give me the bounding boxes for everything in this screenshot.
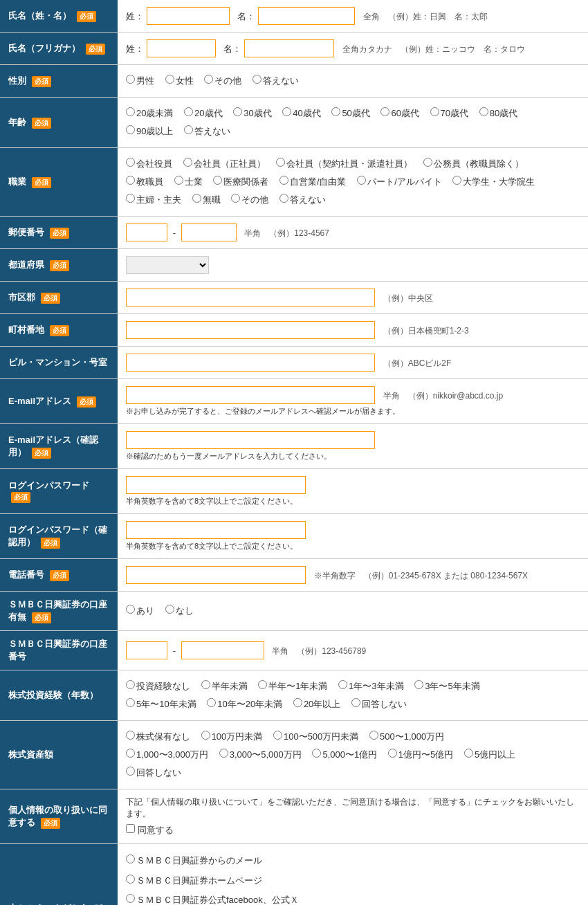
gender-option-other[interactable]: その他 (204, 75, 241, 86)
password-label: ログインパスワード 必須 (0, 469, 118, 514)
assets-none[interactable]: 株式保有なし (126, 731, 190, 742)
age-no-answer[interactable]: 答えない (184, 126, 230, 136)
investment-exp-label: 株式投資経験（年数） (0, 670, 118, 721)
name-input-cell: 姓： 名： 全角 （例）姓：日興 名：太郎 (118, 0, 588, 33)
age-50s[interactable]: 50歳代 (331, 108, 369, 118)
furigana-last-input[interactable] (147, 39, 216, 57)
privacy-checkbox[interactable] (126, 824, 135, 833)
occ-student[interactable]: 大学生・大学院生 (452, 176, 535, 187)
investment-assets-input-cell: 株式保有なし 100万円未満 100〜500万円未満 500〜1,000万円 1… (118, 721, 588, 789)
exp-3-5[interactable]: 3年〜5年未満 (414, 681, 479, 691)
exp-1-3[interactable]: 1年〜3年未満 (338, 681, 403, 691)
smbc-account-yes[interactable]: あり (126, 605, 154, 616)
furigana-last-label: 姓： (126, 44, 144, 54)
occ-contract[interactable]: 会社員（契約社員・派遣社員） (276, 158, 412, 169)
occ-civil[interactable]: 公務員（教職員除く） (423, 158, 524, 169)
phone-input[interactable] (126, 566, 306, 584)
gender-required-badge: 必須 (32, 76, 51, 87)
age-90plus[interactable]: 90歳以上 (126, 126, 173, 136)
smbc-account-no[interactable]: なし (165, 605, 194, 616)
zip-input-cell: - 半角 （例）123-4567 (118, 217, 588, 249)
exp-half-to-1[interactable]: 半年〜1年未満 (258, 681, 327, 691)
exp-10-20[interactable]: 10年〜20年未満 (207, 699, 282, 709)
prefecture-label: 都道府県 必須 (0, 249, 118, 282)
assets-1-5oku[interactable]: 1億円〜5億円 (388, 749, 453, 760)
assets-3000-5000[interactable]: 3,000〜5,000万円 (219, 749, 302, 760)
gender-option-female[interactable]: 女性 (165, 75, 194, 86)
investment-exp-input-cell: 投資経験なし 半年未満 半年〜1年未満 1年〜3年未満 3年〜5年未満 5年〜1… (118, 670, 588, 721)
furigana-first-input[interactable] (244, 39, 334, 57)
name-last-input[interactable] (147, 7, 230, 25)
assets-500-1000[interactable]: 500〜1,000万円 (369, 731, 444, 742)
occ-medical[interactable]: 医療関係者 (213, 176, 268, 187)
city-hint: （例）中央区 (383, 293, 433, 303)
how-sns[interactable]: ＳＭＢＣ日興証券公式facebook、公式Ｘ (126, 890, 571, 905)
assets-5000-1oku[interactable]: 5,000〜1億円 (312, 749, 377, 760)
how-email[interactable]: ＳＭＢＣ日興証券からのメール (126, 851, 571, 871)
exp-5-10[interactable]: 5年〜10年未満 (126, 699, 196, 709)
assets-under100[interactable]: 100万円未満 (201, 731, 263, 742)
zip-input-2[interactable] (181, 223, 237, 241)
town-input[interactable] (126, 321, 375, 339)
occ-fulltime[interactable]: 会社員（正社員） (183, 158, 266, 169)
password-input[interactable] (126, 476, 306, 494)
building-input[interactable] (126, 354, 375, 372)
password-confirm-label: ログインパスワード（確認用） 必須 (0, 514, 118, 559)
exp-20plus[interactable]: 20年以上 (293, 699, 340, 709)
assets-over5oku[interactable]: 5億円以上 (464, 749, 515, 760)
city-input-cell: （例）中央区 (118, 282, 588, 314)
email-confirm-label: E-mailアドレス（確認用） 必須 (0, 424, 118, 469)
zip-input-1[interactable] (126, 223, 167, 241)
occ-executive[interactable]: 会社役員 (126, 158, 172, 169)
occ-parttime[interactable]: パート/アルバイト (357, 176, 442, 187)
age-30s[interactable]: 30歳代 (233, 108, 271, 118)
gender-option-male[interactable]: 男性 (126, 75, 154, 86)
how-hp[interactable]: ＳＭＢＣ日興証券ホームページ (126, 871, 571, 891)
building-label: ビル・マンション・号室 (0, 347, 118, 379)
smbc-number-input-1[interactable] (126, 641, 167, 659)
assets-1000-3000[interactable]: 1,000〜3,000万円 (126, 749, 208, 760)
age-under20[interactable]: 20歳未満 (126, 108, 173, 118)
email-note: ※お申し込みが完了すると、ご登録のメールアドレスへ確認メールが届きます。 (126, 406, 580, 417)
prefecture-select[interactable]: 北海道 青森県 岩手県 宮城県 秋田県 東京都 大阪府 (126, 256, 209, 274)
age-70s[interactable]: 70歳代 (430, 108, 468, 118)
age-40s[interactable]: 40歳代 (282, 108, 320, 118)
email-confirm-input[interactable] (126, 431, 375, 449)
assets-no-answer[interactable]: 回答しない (126, 767, 181, 778)
how-know-radio-group: ＳＭＢＣ日興証券からのメール ＳＭＢＣ日興証券ホームページ ＳＭＢＣ日興証券公式… (126, 851, 580, 905)
smbc-number-label: ＳＭＢＣ日興証券の口座番号 (0, 631, 118, 670)
email-confirm-note: ※確認のためもう一度メールアドレスを入力してください。 (126, 451, 580, 461)
password-required-badge: 必須 (11, 492, 30, 503)
phone-input-cell: ※半角数字 （例）01-2345-678X または 080-1234-567X (118, 559, 588, 592)
email-input-cell: 半角 （例）nikkoir@abcd.co.jp ※お申し込みが完了すると、ご登… (118, 379, 588, 424)
city-input[interactable] (126, 289, 375, 307)
password-note: 半角英数字を含めて8文字以上でご設定ください。 (126, 496, 580, 506)
exp-no-answer[interactable]: 回答しない (351, 699, 407, 709)
name-first-input[interactable] (258, 7, 355, 25)
name-first-label: 名： (237, 11, 255, 21)
exp-none[interactable]: 投資経験なし (126, 681, 190, 691)
name-required-badge: 必須 (77, 11, 96, 22)
age-20s[interactable]: 20歳代 (184, 108, 222, 118)
smbc-account-required-badge: 必須 (32, 612, 51, 623)
occ-selfemployed[interactable]: 自営業/自由業 (279, 176, 347, 187)
age-60s[interactable]: 60歳代 (380, 108, 419, 118)
occ-unemployed[interactable]: 無職 (192, 194, 221, 205)
occ-other[interactable]: その他 (231, 194, 268, 205)
phone-label: 電話番号 必須 (0, 559, 118, 592)
occ-teacher[interactable]: 教職員 (126, 176, 163, 187)
assets-100-500[interactable]: 100〜500万円未満 (273, 731, 358, 742)
occ-no-answer[interactable]: 答えない (279, 194, 326, 205)
gender-option-no-answer[interactable]: 答えない (252, 75, 299, 86)
prefecture-required-badge: 必須 (50, 260, 69, 271)
age-80s[interactable]: 80歳代 (479, 108, 517, 118)
age-radio-group: 20歳未満 20歳代 30歳代 40歳代 50歳代 60歳代 70歳代 80歳代… (126, 104, 580, 140)
email-input[interactable] (126, 386, 375, 404)
furigana-first-label: 名： (223, 44, 241, 54)
exp-half-year[interactable]: 半年未満 (201, 681, 248, 691)
smbc-number-input-2[interactable] (181, 641, 264, 659)
occ-professional[interactable]: 士業 (174, 176, 203, 187)
occ-homemaker[interactable]: 主婦・主夫 (126, 194, 181, 205)
privacy-checkbox-label[interactable]: 同意する (126, 825, 174, 835)
password-confirm-input[interactable] (126, 521, 306, 539)
